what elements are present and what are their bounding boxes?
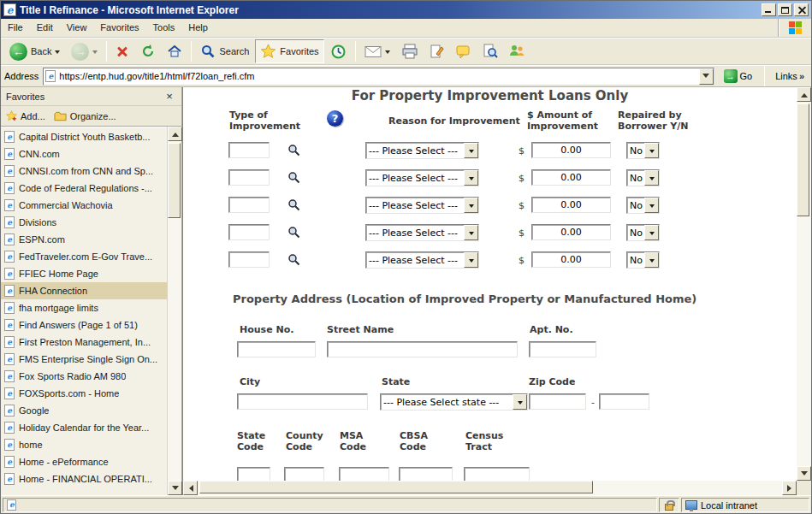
favorite-item[interactable]: Google: [1, 402, 167, 419]
maximize-button[interactable]: [778, 3, 792, 16]
favorite-item[interactable]: Find Answers (Page 1 of 51): [1, 316, 167, 334]
type-of-improvement-input[interactable]: [228, 224, 270, 240]
amount-input[interactable]: [531, 251, 611, 268]
county-code-input[interactable]: [284, 467, 324, 481]
apt-no-input[interactable]: [529, 341, 596, 357]
back-button[interactable]: Back: [4, 39, 65, 63]
dropdown-arrow-icon[interactable]: [644, 252, 659, 268]
zip-plus4-input[interactable]: [599, 393, 649, 410]
organize-favorites-button[interactable]: Organize...: [54, 111, 116, 121]
type-of-improvement-input[interactable]: [228, 169, 270, 186]
close-button[interactable]: [794, 3, 809, 16]
links-button[interactable]: Links: [772, 71, 808, 81]
scroll-up-button[interactable]: [797, 87, 811, 102]
menu-tools[interactable]: Tools: [146, 19, 182, 37]
address-dropdown-button[interactable]: [699, 68, 714, 85]
menu-file[interactable]: File: [1, 19, 30, 37]
favorite-item[interactable]: fha mortgage limits: [1, 299, 167, 316]
amount-input[interactable]: [531, 169, 611, 186]
reason-select[interactable]: --- Please Select ---: [365, 224, 479, 241]
messenger-button[interactable]: [504, 39, 530, 63]
scroll-down-button[interactable]: [797, 466, 811, 481]
census-tract-input[interactable]: [464, 467, 530, 481]
favorite-item[interactable]: FedTraveler.com E-Gov Trave...: [1, 248, 167, 265]
type-of-improvement-input[interactable]: [228, 251, 270, 268]
scroll-up-button[interactable]: [168, 127, 182, 141]
address-url[interactable]: https://entp.hud.gov/title1/html/f72loan…: [59, 71, 698, 81]
scroll-track[interactable]: [198, 481, 782, 495]
favorite-item[interactable]: FFIEC Home Page: [1, 265, 167, 282]
scroll-down-button[interactable]: [168, 481, 182, 495]
history-button[interactable]: [325, 39, 352, 63]
menu-view[interactable]: View: [60, 19, 94, 37]
title-bar[interactable]: Title I Refinance - Microsoft Internet E…: [1, 1, 811, 19]
scroll-track[interactable]: [168, 141, 181, 481]
dropdown-arrow-icon[interactable]: [513, 394, 527, 410]
dropdown-arrow-icon[interactable]: [464, 225, 478, 240]
repaired-select[interactable]: No: [626, 251, 660, 269]
content-horizontal-scrollbar[interactable]: [183, 481, 797, 495]
house-no-input[interactable]: [237, 341, 316, 357]
lookup-magnifier-icon[interactable]: [287, 226, 300, 239]
favorites-close-button[interactable]: [163, 90, 176, 103]
scroll-thumb[interactable]: [199, 481, 593, 493]
repaired-select[interactable]: No: [626, 197, 660, 214]
street-name-input[interactable]: [327, 341, 518, 357]
repaired-select[interactable]: No: [626, 224, 660, 241]
dropdown-arrow-icon[interactable]: [644, 170, 659, 186]
menu-help[interactable]: Help: [181, 19, 215, 37]
repaired-select[interactable]: No: [626, 142, 660, 159]
dropdown-arrow-icon[interactable]: [644, 143, 659, 158]
mail-button[interactable]: [359, 39, 395, 63]
forward-button[interactable]: [66, 39, 103, 63]
state-code-input[interactable]: [237, 467, 270, 481]
favorite-item[interactable]: CNN.com: [1, 145, 167, 162]
back-dropdown-icon[interactable]: [55, 50, 60, 56]
reason-select[interactable]: --- Please Select ---: [365, 197, 479, 214]
favorite-item[interactable]: CNNSI.com from CNN and Sp...: [1, 162, 167, 180]
print-button[interactable]: [396, 39, 424, 63]
favorite-item-selected[interactable]: FHA Connection: [1, 282, 167, 299]
city-input[interactable]: [237, 393, 368, 410]
favorite-item[interactable]: Home - FINANCIAL OPERATI...: [1, 470, 167, 487]
content-vertical-scrollbar[interactable]: [797, 87, 811, 481]
favorite-item[interactable]: First Preston Management, In...: [1, 334, 167, 351]
reason-select[interactable]: --- Please Select ---: [365, 251, 479, 269]
lookup-magnifier-icon[interactable]: [287, 198, 300, 211]
favorite-item[interactable]: Commercial Wachovia: [1, 197, 167, 214]
favorite-item[interactable]: Holiday Calendar for the Year...: [1, 419, 167, 436]
favorite-item[interactable]: ESPN.com: [1, 231, 167, 248]
research-button[interactable]: [477, 39, 503, 63]
favorite-item[interactable]: Home - ePeformance: [1, 453, 167, 470]
amount-input[interactable]: [531, 224, 611, 240]
minimize-button[interactable]: [762, 3, 776, 16]
dropdown-arrow-icon[interactable]: [464, 252, 478, 268]
menu-edit[interactable]: Edit: [30, 19, 60, 37]
scroll-thumb[interactable]: [797, 103, 809, 216]
search-button[interactable]: Search: [195, 39, 254, 63]
state-select[interactable]: --- Please Select state ---: [380, 393, 528, 411]
msa-code-input[interactable]: [339, 467, 389, 481]
dropdown-arrow-icon[interactable]: [644, 225, 659, 240]
favorite-item[interactable]: FMS Enterprise Single Sign On...: [1, 351, 167, 368]
favorite-item[interactable]: home: [1, 436, 167, 453]
scroll-track[interactable]: [797, 102, 811, 466]
discuss-button[interactable]: [451, 39, 477, 63]
mail-dropdown-icon[interactable]: [385, 50, 390, 56]
dropdown-arrow-icon[interactable]: [644, 198, 659, 213]
add-favorite-button[interactable]: Add...: [6, 110, 45, 121]
scroll-thumb[interactable]: [168, 143, 181, 218]
lookup-magnifier-icon[interactable]: [287, 144, 300, 157]
help-icon[interactable]: [327, 110, 343, 127]
scroll-left-button[interactable]: [183, 481, 198, 495]
edit-button[interactable]: [424, 39, 450, 63]
amount-input[interactable]: [531, 142, 611, 158]
dropdown-arrow-icon[interactable]: [464, 198, 478, 213]
refresh-button[interactable]: [135, 39, 161, 63]
favorite-item[interactable]: FOXSports.com - Home: [1, 385, 167, 402]
type-of-improvement-input[interactable]: [228, 197, 270, 213]
lookup-magnifier-icon[interactable]: [287, 253, 300, 266]
type-of-improvement-input[interactable]: [228, 142, 270, 158]
zip-code-input[interactable]: [529, 393, 586, 410]
dropdown-arrow-icon[interactable]: [464, 143, 478, 158]
